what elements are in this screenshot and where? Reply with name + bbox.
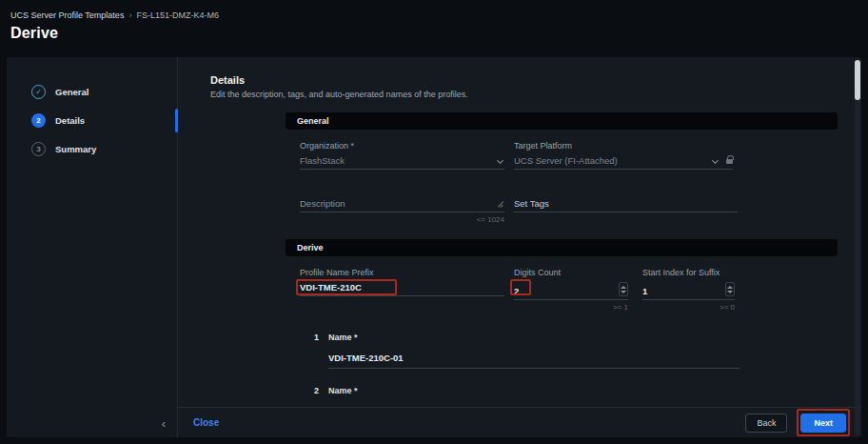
description-input[interactable] <box>300 198 497 209</box>
organization-value: FlashStack <box>300 155 494 166</box>
wizard-step-details-label: Details <box>55 115 85 126</box>
page-header: UCS Server Profile Templates › FS-L151-D… <box>0 0 868 55</box>
derived-name-input-1[interactable] <box>328 353 453 363</box>
start-index-hint: >= 0 <box>642 303 735 312</box>
organization-label: Organization * <box>300 141 504 151</box>
close-button[interactable]: Close <box>193 417 219 428</box>
sidebar-collapse-icon[interactable]: ‹ <box>162 417 166 430</box>
stepper-down-icon[interactable] <box>727 291 733 293</box>
stepper-up-icon[interactable] <box>727 286 733 289</box>
start-index-label: Start Index for Suffix <box>642 268 735 277</box>
lock-icon <box>726 159 733 164</box>
stepper-down-icon[interactable] <box>621 291 626 293</box>
wizard-sidebar: ✓ General 2 Details 3 Summary ‹ <box>7 57 178 437</box>
back-button[interactable]: Back <box>745 414 787 433</box>
description-field: <= 1024 <box>300 198 504 224</box>
set-tags-input-wrap <box>514 198 738 212</box>
step-heading: Details <box>210 74 861 86</box>
breadcrumb-separator-icon: › <box>128 10 131 20</box>
digits-count-field: Digits Count >= 1 <box>514 268 628 312</box>
derive-section-header: Derive <box>286 239 838 256</box>
wizard-steps: ✓ General 2 Details 3 Summary <box>7 57 177 163</box>
details-form: General Organization * FlashStack Target… <box>286 112 838 422</box>
description-tags-row: <= 1024 <box>286 198 838 224</box>
start-index-input[interactable] <box>642 286 725 296</box>
description-hint: <= 1024 <box>300 215 504 224</box>
digits-count-input[interactable] <box>514 286 619 296</box>
step-subheading: Edit the description, tags, and auto-gen… <box>210 90 861 99</box>
wizard-footer: Close Back Next <box>178 407 861 437</box>
target-platform-label: Target Platform <box>514 141 733 151</box>
next-button-wrap: Next <box>800 413 846 433</box>
details-step-content: Details Edit the description, tags, and … <box>178 57 861 437</box>
set-tags-input[interactable] <box>514 198 738 209</box>
derived-name-row: 1 Name * <box>300 333 740 369</box>
scrollbar-thumb[interactable] <box>855 60 860 100</box>
wizard-step-summary[interactable]: 3 Summary <box>7 135 177 163</box>
name-input-wrap <box>328 348 740 369</box>
digits-count-hint: >= 1 <box>514 303 628 312</box>
target-platform-select: UCS Server (FI-Attached) <box>514 155 733 170</box>
name-label: Name * <box>328 333 740 342</box>
step-number-2: 2 <box>31 113 46 128</box>
wizard-step-summary-label: Summary <box>55 144 96 154</box>
start-index-input-wrap <box>642 282 735 300</box>
start-index-stepper[interactable] <box>725 282 735 296</box>
resize-grip-icon[interactable] <box>497 200 504 208</box>
profile-name-prefix-input-wrap <box>300 282 504 296</box>
prefix-digits-start-row: Profile Name Prefix Digits Count <box>286 268 838 312</box>
vertical-scrollbar[interactable] <box>855 59 860 435</box>
page-title: Derive <box>10 25 868 42</box>
breadcrumb-template-name: FS-L151-DMZ-K4-M6 <box>136 10 219 20</box>
general-section-header: General <box>286 112 838 130</box>
profile-name-prefix-input[interactable] <box>300 282 504 293</box>
wizard-step-general-label: General <box>55 87 89 97</box>
check-icon: ✓ <box>31 85 46 99</box>
row-index: 1 <box>314 333 319 342</box>
wizard-step-details[interactable]: 2 Details <box>7 107 177 134</box>
wizard-step-general[interactable]: ✓ General <box>7 78 177 106</box>
start-index-field: Start Index for Suffix >= 0 <box>642 268 735 312</box>
digits-count-label: Digits Count <box>514 268 628 277</box>
step-heading-block: Details Edit the description, tags, and … <box>178 57 861 99</box>
chevron-down-icon <box>497 157 503 164</box>
set-tags-field <box>514 198 738 224</box>
digits-count-input-wrap <box>514 282 628 300</box>
organization-field: Organization * FlashStack <box>300 141 504 170</box>
profile-name-prefix-field: Profile Name Prefix <box>300 268 504 312</box>
target-platform-field: Target Platform UCS Server (FI-Attached) <box>514 141 733 170</box>
digits-count-stepper[interactable] <box>619 282 628 296</box>
profile-name-prefix-label: Profile Name Prefix <box>300 268 504 277</box>
breadcrumb: UCS Server Profile Templates › FS-L151-D… <box>10 10 868 20</box>
next-button[interactable]: Next <box>800 414 846 433</box>
derive-wizard-panel: ✓ General 2 Details 3 Summary ‹ Details … <box>7 57 861 437</box>
step-number-3: 3 <box>31 142 46 156</box>
target-platform-value: UCS Server (FI-Attached) <box>514 155 709 166</box>
organization-select[interactable]: FlashStack <box>300 155 504 170</box>
stepper-up-icon[interactable] <box>621 286 626 289</box>
chevron-down-icon <box>712 157 719 164</box>
description-input-wrap <box>300 198 504 212</box>
org-platform-row: Organization * FlashStack Target Platfor… <box>286 141 838 170</box>
row-index: 2 <box>314 386 319 395</box>
breadcrumb-templates-link[interactable]: UCS Server Profile Templates <box>10 10 124 20</box>
name-label: Name * <box>328 386 740 395</box>
